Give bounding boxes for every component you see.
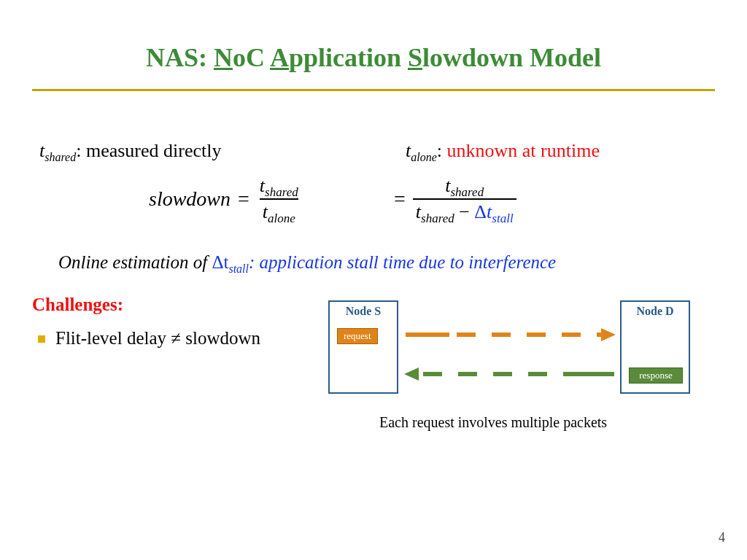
frac1-den-t: t xyxy=(263,201,268,222)
t-alone-after: : xyxy=(437,140,447,161)
bullet-1: Flit-level delay ≠ slowdown xyxy=(38,328,260,349)
est-dt: Δtstall xyxy=(212,252,249,272)
est-post: : application stall time due to interfer… xyxy=(249,252,556,272)
slide: NAS: NoC Application Slowdown Model tsha… xyxy=(0,0,747,560)
arrow-req-head-icon xyxy=(601,328,616,341)
frac-2: tshared tshared − Δtstall xyxy=(413,175,516,223)
delta-sym: Δ xyxy=(474,201,487,222)
node-s-label: Node S xyxy=(330,305,397,318)
frac1-num-t: t xyxy=(260,175,265,196)
t-alone-red: unknown at runtime xyxy=(447,140,600,161)
title-noc-rest: oC xyxy=(233,43,270,72)
arrow-res-solid xyxy=(569,372,614,376)
delta-sub: stall xyxy=(492,211,513,225)
frac2-den-sub1: shared xyxy=(421,211,454,225)
title-underline-n: N xyxy=(214,43,233,72)
frac2-num-t: t xyxy=(445,175,450,196)
eq-sign-1: = xyxy=(238,187,249,211)
frac1-num-sub: shared xyxy=(265,185,298,199)
node-d-box: Node D response xyxy=(620,300,690,394)
frac2-den: tshared − Δtstall xyxy=(413,198,516,223)
diagram-caption: Each request involves multiple packets xyxy=(379,414,607,431)
delta-t-stall: Δtstall xyxy=(474,201,513,222)
estimation-line: Online estimation of Δtstall: applicatio… xyxy=(58,252,556,276)
arrow-res-dash xyxy=(423,372,569,376)
title-underline-a: A xyxy=(270,43,289,72)
node-s-box: Node S request xyxy=(328,300,398,394)
page-number: 4 xyxy=(719,530,725,545)
bullet-1-text: Flit-level delay ≠ slowdown xyxy=(55,328,260,349)
challenges-heading: Challenges: xyxy=(32,295,123,315)
eq-sign-2: = xyxy=(394,187,406,211)
frac1-den-sub: alone xyxy=(268,211,295,225)
equation-left: slowdown = tshared talone xyxy=(149,175,301,223)
request-tag: request xyxy=(337,328,378,344)
arrow-req-solid xyxy=(406,332,449,337)
frac1-den: talone xyxy=(260,198,298,223)
title-app-rest: pplication xyxy=(289,43,408,72)
diagram: Node S request Node D response xyxy=(328,300,700,417)
title-slow-rest: lowdown Model xyxy=(422,43,601,72)
frac-1: tshared talone xyxy=(257,175,301,223)
t-shared-after: : measured directly xyxy=(76,140,221,161)
node-d-label: Node D xyxy=(622,305,689,318)
title-prefix: NAS: xyxy=(146,43,214,72)
title-underline-s: S xyxy=(408,43,422,72)
frac2-num: tshared xyxy=(442,175,487,198)
title-rule xyxy=(32,89,715,91)
frac2-den-t1: t xyxy=(416,201,421,222)
est-delta-t: Δt xyxy=(212,252,228,272)
est-pre: Online estimation of xyxy=(58,252,212,272)
equation-right: = tshared tshared − Δtstall xyxy=(394,175,516,223)
t-shared-line: tshared: measured directly xyxy=(39,140,221,164)
est-sub: stall xyxy=(228,262,249,275)
frac2-num-sub: shared xyxy=(451,185,484,199)
eq-minus: − xyxy=(454,201,475,222)
frac1-num: tshared xyxy=(257,175,301,198)
bullet-icon xyxy=(38,335,45,343)
slide-title: NAS: NoC Application Slowdown Model xyxy=(0,42,747,73)
t-alone-line: talone: unknown at runtime xyxy=(406,140,600,164)
eq-lhs: slowdown xyxy=(149,187,231,211)
arrow-res-head-icon xyxy=(404,368,419,381)
response-tag: response xyxy=(629,368,683,384)
t-alone-sub: alone xyxy=(411,151,437,163)
arrow-req-dash xyxy=(457,332,601,337)
t-shared-sub: shared xyxy=(44,151,76,163)
